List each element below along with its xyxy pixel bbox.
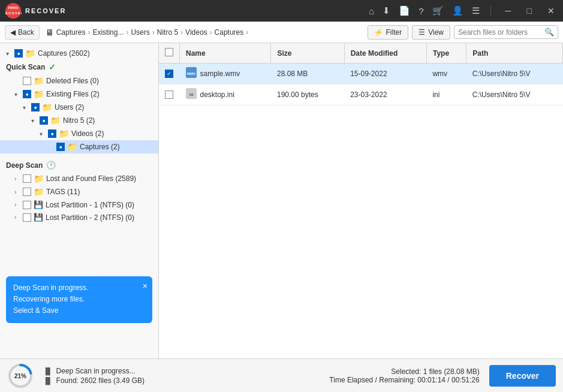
app-title: RECOVER bbox=[25, 7, 66, 14]
existing-folder-icon: 📁 bbox=[34, 89, 44, 99]
select-all-checkbox[interactable] bbox=[165, 48, 173, 56]
logo-area: remo RECOVER RECOVER bbox=[5, 2, 369, 19]
divider bbox=[490, 6, 491, 16]
deleted-label: Deleted Files (0) bbox=[46, 77, 99, 85]
users-label: Users (2) bbox=[55, 103, 84, 111]
row-checkbox-cell[interactable] bbox=[159, 64, 180, 85]
cart-icon[interactable]: 🛒 bbox=[432, 5, 444, 16]
help-icon[interactable]: ? bbox=[419, 6, 423, 16]
lp2-expand-icon: › bbox=[14, 214, 23, 221]
row-name-cell: INIdesktop.ini bbox=[180, 85, 271, 105]
breadcrumb-right: ⚡ Filter ☰ View 🔍 bbox=[368, 25, 558, 40]
lp2-label: Lost Partition - 2 (NTFS) (0) bbox=[46, 213, 134, 222]
search-input[interactable] bbox=[458, 28, 542, 37]
breadcrumb-captures[interactable]: Captures bbox=[56, 28, 86, 37]
tags-checkbox[interactable] bbox=[23, 188, 31, 196]
breadcrumb-users[interactable]: Users bbox=[131, 28, 149, 37]
sidebar-item-deleted[interactable]: › 📁 Deleted Files (0) bbox=[0, 74, 158, 88]
app-logo-icon: remo RECOVER bbox=[5, 2, 22, 19]
lp2-checkbox[interactable] bbox=[23, 213, 31, 222]
filter-button[interactable]: ⚡ Filter bbox=[368, 25, 409, 40]
col-type: Type bbox=[426, 43, 466, 64]
breadcrumb-videos[interactable]: Videos bbox=[185, 28, 207, 37]
download-icon[interactable]: ⬇ bbox=[383, 5, 390, 16]
col-name: Name bbox=[180, 43, 271, 64]
captures-folder-icon: 📁 bbox=[67, 142, 77, 152]
lp2-drive-icon: 💾 bbox=[34, 213, 43, 222]
menu-icon[interactable]: ☰ bbox=[472, 5, 480, 16]
search-box[interactable]: 🔍 bbox=[454, 25, 558, 39]
col-path: Path bbox=[466, 43, 563, 64]
close-button[interactable]: ✕ bbox=[544, 5, 558, 17]
user-icon[interactable]: 👤 bbox=[452, 5, 463, 16]
existing-label: Existing Files (2) bbox=[46, 90, 100, 98]
deep-scan-label: Deep Scan bbox=[6, 161, 43, 170]
videos-checkbox[interactable] bbox=[48, 129, 56, 138]
breadcrumb-existing[interactable]: Existing... bbox=[92, 28, 124, 37]
videos-folder-icon: 📁 bbox=[59, 129, 69, 138]
row-checkbox[interactable] bbox=[165, 91, 173, 99]
existing-checkbox[interactable] bbox=[23, 90, 31, 98]
sidebar-item-lost-partition-2[interactable]: › 💾 Lost Partition - 2 (NTFS) (0) bbox=[0, 211, 158, 224]
scan-status-icon: ▐▌ bbox=[43, 367, 53, 375]
lf-checkbox[interactable] bbox=[23, 174, 31, 183]
deleted-folder-icon: 📁 bbox=[34, 76, 44, 86]
col-date: Date Modified bbox=[344, 43, 426, 64]
row-size: 28.08 MB bbox=[271, 64, 344, 85]
svg-text:INI: INI bbox=[189, 93, 193, 97]
recover-button[interactable]: Recover bbox=[489, 365, 556, 387]
users-checkbox[interactable] bbox=[31, 103, 40, 111]
root-label: Captures (2602) bbox=[38, 49, 90, 58]
toast-close-button[interactable]: × bbox=[143, 280, 147, 293]
videos-expand-icon: ▾ bbox=[40, 131, 48, 137]
table-row[interactable]: INIdesktop.ini190.00 bytes23-03-2022iniC… bbox=[159, 85, 563, 105]
svg-text:RECOVER: RECOVER bbox=[5, 11, 22, 15]
sidebar-item-nitro[interactable]: ▾ 📁 Nitro 5 (2) bbox=[0, 114, 158, 127]
maximize-button[interactable]: □ bbox=[523, 5, 535, 17]
scan-status-text: Deep Scan in progress... bbox=[56, 367, 136, 375]
table-row[interactable]: WMVsample.wmv28.08 MB15-09-2022wmvC:\Use… bbox=[159, 64, 563, 85]
sidebar-item-tags[interactable]: › 📁 TAGS (11) bbox=[0, 185, 158, 198]
breadcrumb-captures2[interactable]: Captures bbox=[215, 28, 244, 37]
progress-circle: 21% bbox=[7, 363, 34, 389]
sidebar: ▾ 📁 Captures (2602) Quick Scan ✓ › 📁 Del… bbox=[0, 43, 159, 358]
file-icon[interactable]: 📄 bbox=[399, 5, 410, 16]
root-checkbox[interactable] bbox=[14, 49, 23, 58]
quick-scan-check-icon: ✓ bbox=[49, 62, 56, 72]
lp1-expand-icon: › bbox=[14, 201, 23, 208]
minimize-button[interactable]: ─ bbox=[502, 5, 515, 17]
file-table-header: Name Size Date Modified Type Path bbox=[159, 43, 563, 64]
row-date: 23-03-2022 bbox=[344, 85, 426, 105]
view-button[interactable]: ☰ View bbox=[412, 25, 450, 40]
selected-info: Selected: 1 files (28.08 MB) Time Elapse… bbox=[329, 367, 479, 384]
lp1-drive-icon: 💾 bbox=[34, 200, 43, 209]
captures-checkbox[interactable] bbox=[56, 143, 65, 151]
status-bar: 21% ▐▌ Deep Scan in progress... ▐▌ Found… bbox=[0, 358, 563, 392]
lp1-checkbox[interactable] bbox=[23, 201, 31, 209]
found-label: Found: 2602 files (3.49 GB) bbox=[56, 376, 144, 385]
breadcrumb-nitro[interactable]: Nitro 5 bbox=[157, 28, 178, 37]
back-button[interactable]: ◀ Back bbox=[5, 25, 40, 40]
deleted-checkbox[interactable] bbox=[23, 77, 31, 85]
sidebar-root-item[interactable]: ▾ 📁 Captures (2602) bbox=[0, 47, 158, 60]
home-icon[interactable]: ⌂ bbox=[369, 6, 374, 16]
videos-label: Videos (2) bbox=[71, 129, 104, 138]
nitro-checkbox[interactable] bbox=[40, 116, 48, 125]
status-info: ▐▌ Deep Scan in progress... ▐▌ Found: 26… bbox=[43, 367, 144, 385]
row-checkbox-cell[interactable] bbox=[159, 85, 180, 105]
filter-label: Filter bbox=[386, 28, 402, 37]
sidebar-item-users[interactable]: ▾ 📁 Users (2) bbox=[0, 101, 158, 114]
sidebar-item-existing[interactable]: ▾ 📁 Existing Files (2) bbox=[0, 88, 158, 101]
sidebar-item-lost-found[interactable]: › 📁 Lost and Found Files (2589) bbox=[0, 172, 158, 185]
time-elapsed-text: Time Elapsed / Remaining: 00:01:14 / 00:… bbox=[329, 376, 479, 384]
row-name-cell: WMVsample.wmv bbox=[180, 64, 271, 85]
header-checkbox-cell[interactable] bbox=[159, 43, 180, 64]
row-checkbox[interactable] bbox=[165, 70, 173, 78]
quick-scan-header: Quick Scan ✓ bbox=[0, 60, 158, 74]
sidebar-item-lost-partition-1[interactable]: › 💾 Lost Partition - 1 (NTFS) (0) bbox=[0, 198, 158, 211]
lf-folder-icon: 📁 bbox=[34, 174, 44, 183]
scan-status-line: ▐▌ Deep Scan in progress... bbox=[43, 367, 144, 375]
sidebar-item-captures[interactable]: › 📁 Captures (2) bbox=[0, 140, 158, 153]
view-icon: ☰ bbox=[419, 28, 425, 37]
sidebar-item-videos[interactable]: ▾ 📁 Videos (2) bbox=[0, 127, 158, 140]
